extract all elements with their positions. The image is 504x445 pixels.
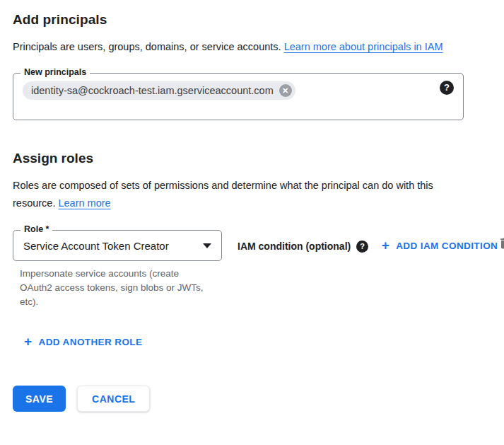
role-dropdown[interactable]: Role * Service Account Token Creator bbox=[13, 230, 222, 261]
principal-chip[interactable]: identity-sa@cockroach-test.iam.gservicea… bbox=[23, 81, 295, 100]
principals-help-icon[interactable]: ? bbox=[440, 81, 454, 95]
add-iam-condition-button[interactable]: + ADD IAM CONDITION bbox=[382, 240, 498, 251]
dropdown-arrow-icon bbox=[203, 243, 211, 248]
page-title: Add principals bbox=[13, 11, 491, 28]
iam-condition-label: IAM condition (optional) bbox=[238, 241, 351, 252]
role-row: Role * Service Account Token Creator Imp… bbox=[13, 230, 491, 309]
iam-condition-help-icon[interactable]: ? bbox=[356, 241, 368, 253]
role-helper-text: Impersonate service accounts (create OAu… bbox=[20, 267, 205, 309]
assign-roles-title: Assign roles bbox=[13, 150, 491, 167]
learn-more-principals-link[interactable]: Learn more about principals in IAM bbox=[284, 41, 443, 52]
learn-more-roles-link[interactable]: Learn more bbox=[58, 197, 110, 209]
add-principals-panel: Add principals Principals are users, gro… bbox=[0, 0, 504, 427]
delete-icon bbox=[498, 236, 504, 251]
delete-role-button[interactable] bbox=[498, 236, 504, 254]
plus-icon: + bbox=[24, 336, 33, 347]
roles-description: Roles are composed of sets of permission… bbox=[13, 177, 437, 212]
add-iam-condition-label: ADD IAM CONDITION bbox=[396, 241, 498, 251]
principals-description-text: Principals are users, groups, domains, o… bbox=[13, 41, 281, 52]
principals-description: Principals are users, groups, domains, o… bbox=[13, 38, 479, 56]
save-button[interactable]: SAVE bbox=[13, 386, 66, 412]
dialog-actions: SAVE CANCEL bbox=[13, 386, 491, 412]
new-principals-label: New principals bbox=[20, 67, 90, 77]
new-principals-field[interactable]: New principals identity-sa@cockroach-tes… bbox=[13, 73, 464, 120]
role-label: Role * bbox=[20, 224, 52, 234]
cancel-button[interactable]: CANCEL bbox=[77, 386, 150, 412]
role-selected-value: Service Account Token Creator bbox=[23, 240, 169, 252]
add-another-role-button[interactable]: + ADD ANOTHER ROLE bbox=[24, 336, 142, 347]
plus-icon: + bbox=[382, 240, 390, 251]
iam-condition-column: IAM condition (optional) ? + ADD IAM CON… bbox=[238, 230, 498, 253]
principal-chip-text: identity-sa@cockroach-test.iam.gservicea… bbox=[31, 85, 274, 96]
role-column: Role * Service Account Token Creator Imp… bbox=[13, 230, 222, 309]
add-another-role-label: ADD ANOTHER ROLE bbox=[39, 337, 143, 347]
chip-remove-icon[interactable]: ✕ bbox=[279, 84, 292, 97]
iam-condition-header: IAM condition (optional) ? bbox=[238, 241, 368, 253]
